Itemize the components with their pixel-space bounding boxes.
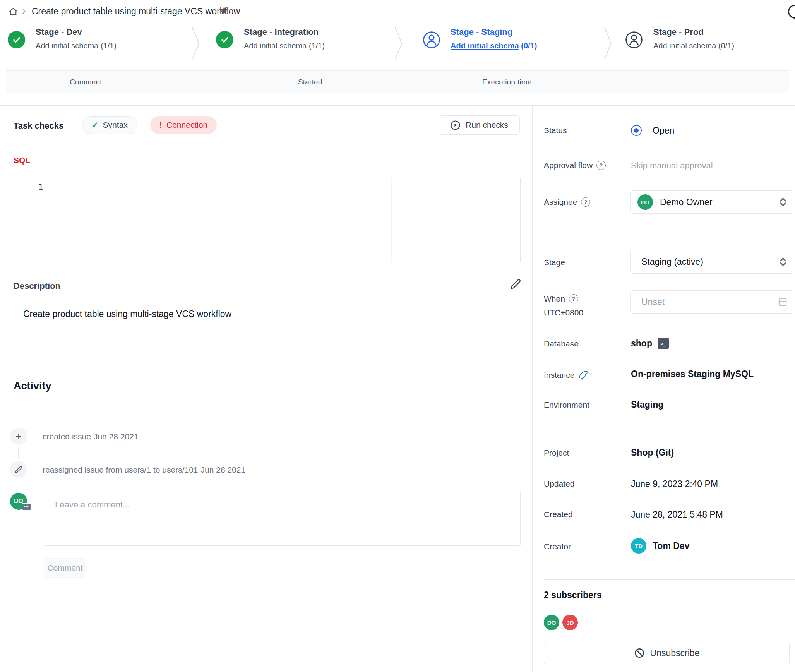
sql-label: SQL xyxy=(14,156,30,165)
play-circle-icon xyxy=(450,120,461,130)
project-label: Project xyxy=(544,448,569,458)
activity-divider xyxy=(14,406,521,406)
project-value[interactable]: Shop (Git) xyxy=(631,447,674,458)
check-ok-icon: ✓ xyxy=(92,120,99,130)
activity-date: Jun 28 2021 xyxy=(201,465,246,474)
subscribers-heading: 2 subscribers xyxy=(544,590,602,600)
edit-pencil-icon[interactable] xyxy=(510,279,521,291)
creator-value: Tom Dev xyxy=(653,541,689,551)
favorite-star-icon[interactable]: ★ xyxy=(219,5,229,16)
calendar-icon xyxy=(778,297,788,307)
stage-done-icon xyxy=(8,31,25,48)
check-label: Connection xyxy=(166,120,207,130)
unsubscribe-button[interactable]: Unsubscribe xyxy=(544,641,790,665)
breadcrumb: Create product table using multi-stage V… xyxy=(32,6,240,17)
sidebar-section-divider xyxy=(544,579,795,580)
stage-separator-chevron xyxy=(395,27,403,60)
comment-button[interactable]: Comment xyxy=(44,558,86,578)
line-number: 1 xyxy=(38,183,43,192)
when-placeholder: Unset xyxy=(641,297,665,307)
approval-flow-label: Approval flow xyxy=(544,161,593,170)
activity-text: created issue xyxy=(43,432,91,441)
status-label: Status xyxy=(544,126,567,135)
issue-page: › Create product table using multi-stage… xyxy=(0,0,795,672)
sidebar-section-divider xyxy=(544,429,795,429)
column-started: Started xyxy=(298,78,322,86)
question-icon[interactable] xyxy=(569,294,578,303)
stage-separator-chevron xyxy=(604,27,612,60)
status-radio[interactable] xyxy=(631,125,642,136)
assignee-value: Demo Owner xyxy=(660,197,712,207)
sql-editor[interactable]: 1 xyxy=(14,178,521,262)
sidebar-section-divider xyxy=(544,231,795,231)
when-timezone: UTC+0800 xyxy=(544,308,583,317)
stage-title[interactable]: Stage - Staging xyxy=(451,27,537,37)
check-connection-badge[interactable]: ! Connection xyxy=(150,116,217,134)
task-run-table-header: Comment Started Execution time xyxy=(6,70,789,93)
stage-value: Staging (active) xyxy=(641,257,703,267)
check-error-icon: ! xyxy=(159,120,162,130)
description-label: Description xyxy=(14,281,60,291)
creator-label: Creator xyxy=(544,542,571,551)
stage-title: Stage - Dev xyxy=(36,27,117,37)
activity-date: Jun 28 2021 xyxy=(94,432,139,441)
sidebar-divider xyxy=(532,105,533,672)
stage-separator-chevron xyxy=(192,27,200,60)
stage-task-count: (0/1) xyxy=(718,41,734,50)
when-date-input[interactable]: Unset xyxy=(630,290,793,314)
chevron-updown-icon xyxy=(778,197,788,207)
stage-task: Add initial schema xyxy=(36,41,98,50)
activity-item: created issueJun 28 2021 xyxy=(43,432,139,441)
subscriber-avatar[interactable]: DO xyxy=(544,615,559,630)
subscriber-avatar[interactable]: JD xyxy=(562,615,578,630)
description-text: Create product table using multi-stage V… xyxy=(23,309,231,319)
stage-title: Stage - Integration xyxy=(244,27,325,37)
assignee-select[interactable]: DO Demo Owner xyxy=(630,190,793,214)
comment-input[interactable] xyxy=(44,491,521,546)
database-value[interactable]: shop xyxy=(631,338,652,349)
stage-user-icon xyxy=(423,31,440,50)
instance-value[interactable]: On-premises Staging MySQL xyxy=(631,369,754,379)
status-value: Open xyxy=(653,125,674,136)
column-comment: Comment xyxy=(70,78,102,86)
environment-label: Environment xyxy=(544,400,589,410)
activity-item: reassigned issue from users/1 to users/1… xyxy=(43,465,245,475)
stage-task-count: (0/1) xyxy=(521,41,537,50)
editor-minimap-divider xyxy=(391,178,392,262)
stage-done-icon xyxy=(216,31,233,48)
activity-pencil-icon xyxy=(10,461,27,478)
question-icon[interactable] xyxy=(596,161,606,170)
stage-task: Add initial schema xyxy=(653,41,716,50)
stage-title: Stage - Prod xyxy=(653,27,734,37)
question-icon[interactable] xyxy=(581,197,590,207)
run-checks-button[interactable]: Run checks xyxy=(439,115,520,135)
stage-bar: Stage - Dev Add initial schema (1/1) Sta… xyxy=(0,22,795,59)
updated-label: Updated xyxy=(544,479,574,489)
stage-user-icon xyxy=(625,31,643,50)
created-label: Created xyxy=(544,510,573,519)
check-label: Syntax xyxy=(103,120,128,130)
assignee-label: Assignee xyxy=(544,197,577,207)
help-icon[interactable] xyxy=(788,5,795,19)
breadcrumb-chevron-icon: › xyxy=(22,5,26,16)
home-icon[interactable] xyxy=(9,7,18,18)
approval-flow-value: Skip manual approval xyxy=(631,161,713,171)
timeline-connector xyxy=(18,447,19,459)
environment-value[interactable]: Staging xyxy=(631,399,663,410)
commenter-avatar: DO ••• xyxy=(10,493,27,510)
unsubscribe-label: Unsubscribe xyxy=(650,648,700,658)
stage-select[interactable]: Staging (active) xyxy=(630,250,793,274)
chevron-updown-icon xyxy=(778,257,788,267)
column-execution-time: Execution time xyxy=(482,78,531,86)
database-label: Database xyxy=(544,339,579,348)
sql-terminal-icon[interactable]: >_ xyxy=(658,338,669,349)
ban-icon xyxy=(634,648,645,658)
activity-plus-icon: + xyxy=(10,428,27,445)
check-syntax-badge[interactable]: ✓ Syntax xyxy=(82,116,137,134)
stage-task: Add initial schema xyxy=(244,41,307,50)
created-value: June 28, 2021 5:48 PM xyxy=(631,509,723,520)
instance-label: Instance xyxy=(544,370,574,380)
stage-task-count: (1/1) xyxy=(309,41,325,50)
assignee-avatar: DO xyxy=(637,194,653,210)
stage-task: Add initial schema xyxy=(451,41,519,50)
